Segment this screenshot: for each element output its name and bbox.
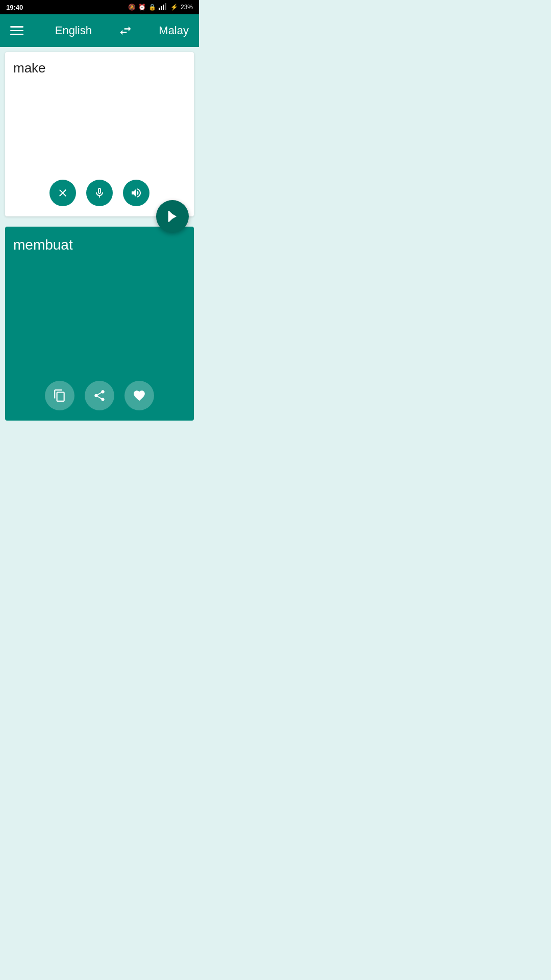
alarm-icon: ⏰ bbox=[138, 4, 146, 11]
svg-rect-2 bbox=[163, 5, 164, 10]
svg-rect-3 bbox=[165, 3, 166, 10]
microphone-button[interactable] bbox=[86, 180, 113, 206]
notification-icon: 🔕 bbox=[128, 4, 136, 11]
toolbar: English Malay bbox=[0, 14, 199, 47]
swap-languages-button[interactable] bbox=[118, 23, 133, 38]
svg-marker-4 bbox=[168, 212, 177, 222]
output-actions bbox=[5, 376, 194, 412]
status-icons: 🔕 ⏰ 🔒 ⚡ 23% bbox=[128, 3, 193, 12]
source-language-selector[interactable]: English bbox=[55, 24, 92, 37]
input-actions bbox=[13, 175, 186, 208]
input-section: make bbox=[5, 52, 194, 216]
svg-rect-0 bbox=[159, 8, 160, 10]
time-display: 19:40 bbox=[6, 4, 23, 11]
battery-display: 23% bbox=[181, 4, 193, 11]
output-section: membuat bbox=[5, 227, 194, 421]
translate-button[interactable] bbox=[156, 200, 189, 233]
target-language-selector[interactable]: Malay bbox=[159, 24, 189, 37]
status-bar: 19:40 🔕 ⏰ 🔒 ⚡ 23% bbox=[0, 0, 199, 14]
svg-rect-1 bbox=[161, 6, 162, 10]
speak-button[interactable] bbox=[123, 180, 149, 206]
copy-button[interactable] bbox=[45, 381, 74, 410]
charging-icon: ⚡ bbox=[170, 4, 178, 11]
signal-icon bbox=[159, 3, 168, 12]
favorite-button[interactable] bbox=[124, 381, 154, 410]
share-button[interactable] bbox=[85, 381, 114, 410]
lock-icon: 🔒 bbox=[148, 4, 156, 11]
translated-text: membuat bbox=[13, 237, 186, 370]
source-text-input[interactable]: make bbox=[13, 60, 186, 173]
menu-button[interactable] bbox=[10, 21, 29, 40]
clear-button[interactable] bbox=[49, 180, 76, 206]
